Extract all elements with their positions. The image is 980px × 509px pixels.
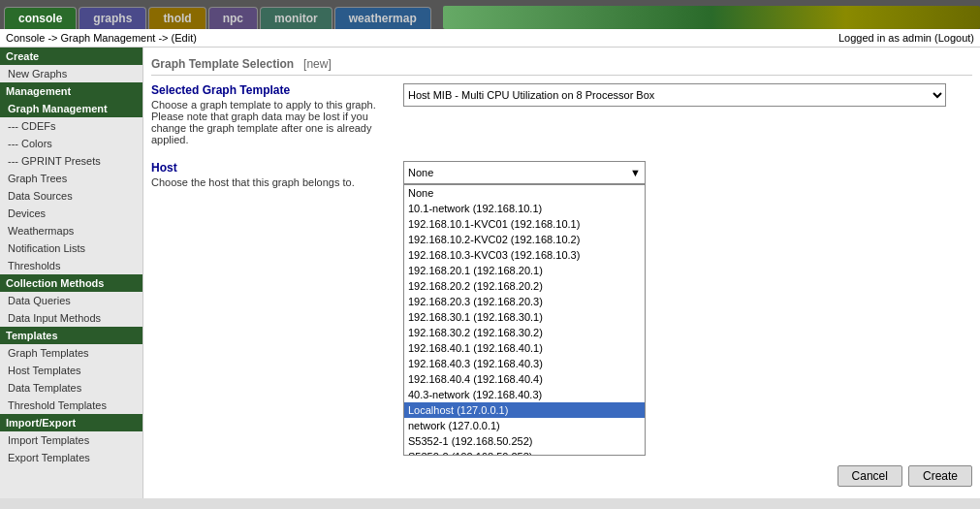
sidebar: Create New Graphs Management Graph Manag…: [0, 48, 143, 498]
top-navigation: console graphs thold npc monitor weather…: [0, 0, 980, 29]
dropdown-item[interactable]: 192.168.30.2 (192.168.30.2): [404, 325, 645, 340]
sidebar-item-weathermaps[interactable]: Weathermaps: [0, 222, 142, 239]
sidebar-item-colors[interactable]: --- Colors: [0, 135, 142, 152]
templates-section-header: Templates: [0, 327, 142, 344]
sidebar-item-cdefs[interactable]: --- CDEFs: [0, 117, 142, 135]
create-button[interactable]: Create: [908, 465, 972, 487]
dropdown-item[interactable]: 192.168.40.1 (192.168.40.1): [404, 340, 645, 356]
sidebar-item-graph-trees[interactable]: Graph Trees: [0, 170, 142, 187]
host-section-label: Host: [151, 161, 403, 175]
nav-tab-thold[interactable]: thold: [148, 7, 205, 29]
template-selection-row: Selected Graph Template Choose a graph t…: [151, 83, 972, 151]
dropdown-item[interactable]: 10.1-network (192.168.10.1): [404, 201, 645, 216]
action-buttons: Cancel Create: [151, 465, 972, 487]
dropdown-item[interactable]: 192.168.10.2-KVC02 (192.168.10.2): [404, 232, 645, 247]
dropdown-item[interactable]: 192.168.40.3 (192.168.40.3): [404, 356, 645, 371]
host-dropdown-list[interactable]: None10.1-network (192.168.10.1)192.168.1…: [403, 184, 646, 456]
sidebar-item-data-queries[interactable]: Data Queries: [0, 292, 142, 309]
template-label-col: Selected Graph Template Choose a graph t…: [151, 83, 403, 151]
nav-tab-weathermap[interactable]: weathermap: [334, 7, 431, 29]
dropdown-item[interactable]: S5352-2 (192.168.50.253): [404, 449, 645, 456]
dropdown-item[interactable]: Localhost (127.0.0.1): [404, 402, 645, 418]
sidebar-item-data-sources[interactable]: Data Sources: [0, 187, 142, 205]
nav-tab-npc[interactable]: npc: [208, 7, 258, 29]
dropdown-item[interactable]: 192.168.20.1 (192.168.20.1): [404, 263, 645, 278]
dropdown-item[interactable]: 192.168.20.3 (192.168.20.3): [404, 294, 645, 309]
dropdown-item[interactable]: 192.168.10.1-KVC01 (192.168.10.1): [404, 216, 645, 232]
host-control-col: None ▼ None10.1-network (192.168.10.1)19…: [403, 161, 972, 456]
template-control-col: Host MIB - Multi CPU Utilization on 8 Pr…: [403, 83, 972, 107]
collection-section-header: Collection Methods: [0, 274, 142, 292]
dropdown-item[interactable]: 192.168.20.2 (192.168.20.2): [404, 278, 645, 294]
dropdown-item[interactable]: 192.168.10.3-KVC03 (192.168.10.3): [404, 247, 645, 263]
cancel-button[interactable]: Cancel: [838, 465, 902, 487]
sidebar-item-devices[interactable]: Devices: [0, 205, 142, 222]
sidebar-item-gprint-presets[interactable]: --- GPRINT Presets: [0, 152, 142, 170]
management-section-header: Management: [0, 82, 142, 100]
sidebar-item-graph-templates[interactable]: Graph Templates: [0, 344, 142, 362]
host-label-col: Host Choose the host that this graph bel…: [151, 161, 403, 194]
nav-tab-graphs[interactable]: graphs: [79, 7, 146, 29]
dropdown-item[interactable]: S5352-1 (192.168.50.252): [404, 433, 645, 449]
dropdown-item[interactable]: 40.3-network (192.168.40.3): [404, 387, 645, 402]
create-section-header: Create: [0, 48, 142, 65]
dropdown-item[interactable]: 192.168.30.1 (192.168.30.1): [404, 309, 645, 325]
template-section-label: Selected Graph Template: [151, 83, 403, 97]
sidebar-item-graph-management[interactable]: Graph Management: [0, 100, 142, 117]
import-export-section-header: Import/Export: [0, 414, 142, 431]
sidebar-item-data-input-methods[interactable]: Data Input Methods: [0, 309, 142, 327]
page-title: Graph Template Selection [new]: [151, 55, 972, 76]
sidebar-item-notification-lists[interactable]: Notification Lists: [0, 239, 142, 257]
nav-tab-console[interactable]: console: [4, 7, 77, 29]
sidebar-item-host-templates[interactable]: Host Templates: [0, 362, 142, 379]
sidebar-item-import-templates[interactable]: Import Templates: [0, 431, 142, 449]
nav-tab-monitor[interactable]: monitor: [260, 7, 332, 29]
dropdown-item[interactable]: None: [404, 185, 645, 201]
sidebar-item-threshold-templates[interactable]: Threshold Templates: [0, 397, 142, 414]
sidebar-item-export-templates[interactable]: Export Templates: [0, 449, 142, 466]
sidebar-item-thresholds[interactable]: Thresholds: [0, 257, 142, 274]
content-area: Graph Template Selection [new] Selected …: [143, 48, 980, 498]
host-section-desc: Choose the host that this graph belongs …: [151, 176, 403, 188]
breadcrumb: Console -> Graph Management -> (Edit) Lo…: [0, 29, 980, 48]
sidebar-item-new-graphs[interactable]: New Graphs: [0, 65, 142, 82]
host-selection-row: Host Choose the host that this graph bel…: [151, 161, 972, 456]
dropdown-item[interactable]: 192.168.40.4 (192.168.40.4): [404, 371, 645, 387]
dropdown-item[interactable]: network (127.0.0.1): [404, 418, 645, 433]
graph-template-select[interactable]: Host MIB - Multi CPU Utilization on 8 Pr…: [403, 83, 946, 107]
sidebar-item-data-templates[interactable]: Data Templates: [0, 379, 142, 397]
host-select-display[interactable]: None ▼: [403, 161, 646, 184]
template-section-desc: Choose a graph template to apply to this…: [151, 99, 403, 145]
